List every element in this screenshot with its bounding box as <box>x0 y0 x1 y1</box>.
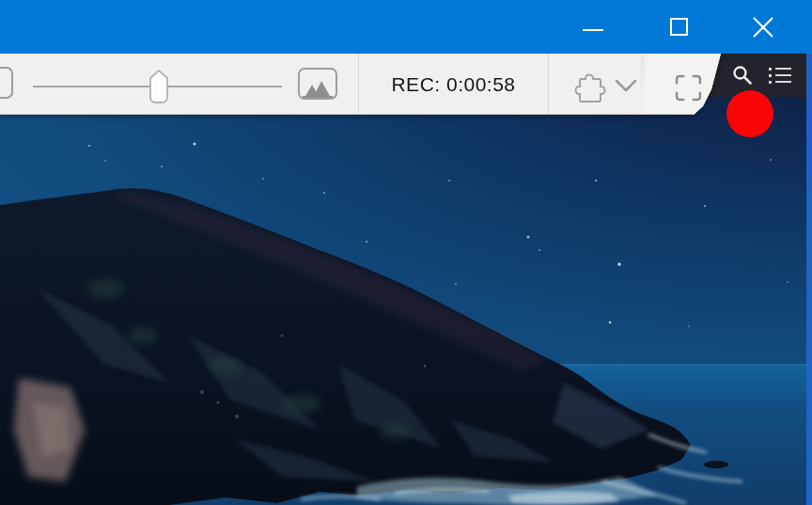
search-button[interactable] <box>726 55 759 95</box>
close-button[interactable] <box>735 0 791 54</box>
annotate-button[interactable] <box>0 67 13 99</box>
extensions-button[interactable] <box>565 66 610 103</box>
fullscreen-icon <box>675 74 702 102</box>
dropdown-button[interactable] <box>611 74 641 97</box>
minimize-button[interactable] <box>565 0 621 54</box>
zoom-slider[interactable] <box>33 54 282 115</box>
list-icon <box>769 68 791 71</box>
desktop-wallpaper <box>0 54 812 505</box>
app-window: REC: 0:00:58 <box>0 0 812 505</box>
chevron-down-icon <box>615 79 637 92</box>
toolbar-bottom-border <box>0 114 726 115</box>
recording-status: REC: 0:00:58 <box>359 54 548 115</box>
slider-thumb[interactable] <box>148 69 170 108</box>
image-button[interactable] <box>298 68 337 100</box>
maximize-button[interactable] <box>650 0 707 54</box>
titlebar <box>0 0 812 54</box>
recorder-toolbar-wrap: REC: 0:00:58 <box>0 54 726 115</box>
image-icon <box>303 79 333 98</box>
close-icon <box>752 16 774 39</box>
separator <box>548 54 549 115</box>
recorder-toolbar: REC: 0:00:58 <box>0 54 726 115</box>
puzzle-icon <box>567 66 608 103</box>
list-button[interactable] <box>761 55 799 95</box>
minimize-icon <box>583 29 603 31</box>
maximize-icon <box>670 18 688 36</box>
search-icon <box>732 65 753 86</box>
record-button[interactable] <box>726 90 773 137</box>
fullscreen-button[interactable] <box>671 72 705 103</box>
window-border-right <box>806 54 812 505</box>
